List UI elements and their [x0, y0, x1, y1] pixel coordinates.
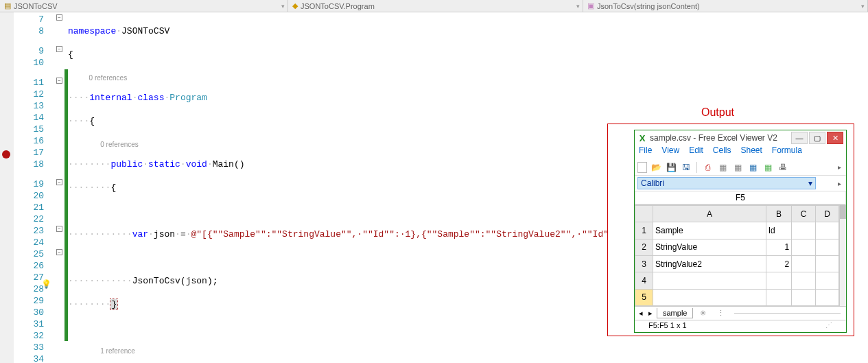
window-title: sample.csv - Free Excel Viewer V2	[650, 133, 790, 143]
save-all-icon[interactable]: 🖫	[680, 161, 692, 174]
sheet-tab-bar: ◂ ▸ sample ✳ ⋮	[635, 306, 846, 320]
export-icon[interactable]: ▦	[716, 161, 729, 174]
vertical-scrollbar[interactable]	[839, 205, 846, 306]
status-bar: F5:F5 1 x 1 ⋰	[635, 320, 846, 332]
menu-edit[interactable]: Edit	[689, 145, 703, 159]
breadcrumb-class[interactable]: ◆ JSONToCSV.Program ▾	[288, 0, 583, 12]
menu-sheet[interactable]: Sheet	[741, 145, 762, 159]
fold-toggle[interactable]: −	[56, 249, 62, 255]
font-selector[interactable]: Calibri ▾	[637, 177, 816, 189]
column-header[interactable]: B	[766, 206, 791, 222]
column-header[interactable]: C	[792, 206, 816, 222]
output-screenshot-box: X sample.csv - Free Excel Viewer V2 — ▢ …	[607, 124, 854, 336]
chevron-down-icon[interactable]: ▾	[861, 3, 865, 10]
titlebar: X sample.csv - Free Excel Viewer V2 — ▢ …	[635, 130, 846, 145]
table-row[interactable]: 1 Sample Id	[635, 222, 839, 239]
breadcrumb-file[interactable]: ▤ JSONToCSV ▾	[0, 0, 288, 12]
chevron-down-icon[interactable]: ▾	[576, 3, 580, 10]
export3-icon[interactable]: ▦	[747, 161, 759, 174]
image-icon[interactable]: ▦	[762, 161, 774, 174]
font-row: Calibri ▾ ▸	[635, 176, 846, 191]
excel-viewer-window: X sample.csv - Free Excel Viewer V2 — ▢ …	[634, 130, 847, 333]
fold-toggle[interactable]: −	[56, 179, 62, 185]
chevron-down-icon: ▾	[808, 178, 812, 188]
line-number-gutter: 7891011121314151617181920212223242526272…	[14, 12, 55, 363]
chevron-down-icon[interactable]: ▾	[281, 3, 285, 10]
breakpoint-icon[interactable]	[2, 150, 10, 159]
menu-file[interactable]: File	[639, 145, 652, 159]
file-icon: ▤	[4, 1, 11, 10]
table-row[interactable]: 5	[635, 289, 839, 305]
column-header[interactable]: D	[815, 206, 839, 222]
name-box[interactable]: F5	[635, 191, 846, 204]
toolbar: 📂 💾 🖫 ⎙ ▦ ▦ ▦ ▦ 🖶 ▸	[635, 159, 846, 176]
fold-toggle[interactable]: −	[56, 46, 62, 52]
scrollbar-thumb[interactable]	[840, 205, 846, 219]
column-header[interactable]: A	[653, 206, 766, 222]
breadcrumb-method[interactable]: ▣ JsonToCsv(string jsonContent) ▾	[583, 0, 868, 12]
sheet-prev-icon[interactable]: ◂	[637, 309, 644, 318]
caret-position: }	[110, 299, 117, 309]
class-icon: ◆	[292, 1, 298, 10]
breakpoint-gutter[interactable]: 💡	[0, 12, 14, 363]
selection-status: F5:F5 1 x 1	[648, 321, 687, 331]
breadcrumb-bar: ▤ JSONToCSV ▾ ◆ JSONToCSV.Program ▾ ▣ Js…	[0, 0, 868, 12]
sheet-menu-icon[interactable]: ⋮	[713, 309, 729, 318]
pdf-icon[interactable]: ⎙	[701, 161, 714, 174]
minimize-button[interactable]: —	[791, 132, 808, 144]
export2-icon[interactable]: ▦	[731, 161, 744, 174]
maximize-button[interactable]: ▢	[809, 132, 825, 144]
toolbar-overflow-icon[interactable]: ▸	[836, 180, 843, 187]
menu-formula[interactable]: Formula	[772, 145, 802, 159]
new-file-icon[interactable]	[637, 162, 647, 173]
save-icon[interactable]: 💾	[665, 161, 677, 174]
fold-toggle[interactable]: −	[56, 78, 62, 84]
table-row[interactable]: 3 StringValue2 2	[635, 255, 839, 272]
app-icon: X	[637, 133, 647, 143]
menu-cells[interactable]: Cells	[713, 145, 731, 159]
lightbulb-icon[interactable]: 💡	[41, 279, 51, 290]
table-row[interactable]: 4	[635, 272, 839, 289]
menu-bar: File View Edit Cells Sheet Formula	[635, 145, 846, 159]
output-annotation: Output	[701, 106, 734, 119]
resize-grip-icon[interactable]: ⋰	[825, 321, 832, 331]
spreadsheet-grid[interactable]: A B C D 1 Sample Id 2 StringValue 1	[635, 204, 846, 306]
method-icon: ▣	[587, 1, 594, 10]
toolbar-overflow-icon[interactable]: ▸	[836, 163, 843, 171]
menu-view[interactable]: View	[661, 145, 679, 159]
sheet-tab[interactable]: sample	[657, 308, 693, 318]
print-icon[interactable]: 🖶	[777, 161, 789, 174]
select-all-corner[interactable]	[635, 206, 653, 222]
fold-toggle[interactable]: −	[56, 226, 62, 232]
open-file-icon[interactable]: 📂	[650, 161, 662, 174]
close-button[interactable]: ✕	[827, 132, 843, 144]
fold-gutter[interactable]: − − − − − −	[55, 12, 64, 363]
table-row[interactable]: 2 StringValue 1	[635, 239, 839, 255]
add-sheet-icon[interactable]: ✳	[696, 309, 710, 318]
fold-toggle[interactable]: −	[56, 14, 62, 21]
sheet-next-icon[interactable]: ▸	[647, 309, 654, 318]
